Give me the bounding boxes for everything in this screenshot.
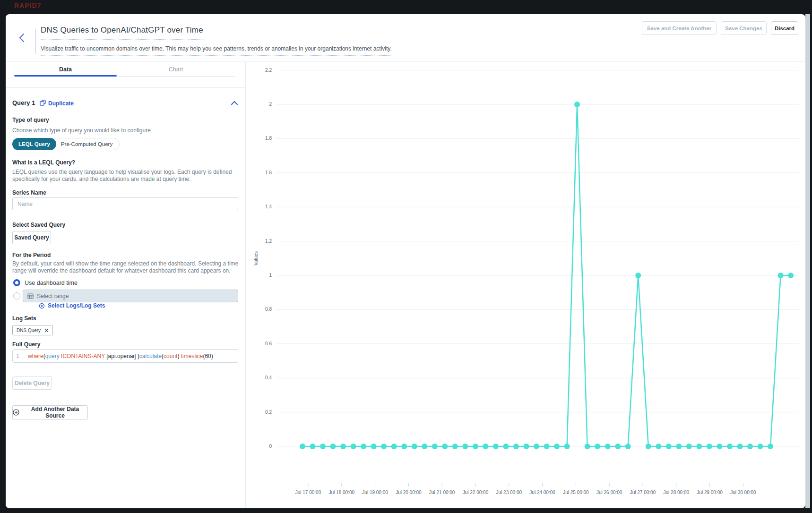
y-tick-label: 0.8: [265, 307, 272, 312]
data-point[interactable]: [635, 273, 641, 278]
card-editor-window: DNS Queries to OpenAI/ChatGPT over Time …: [6, 14, 805, 508]
x-tick-label: Jul 27 00:00: [630, 490, 656, 495]
y-tick-label: 1: [269, 273, 272, 278]
data-point[interactable]: [523, 444, 529, 449]
data-point[interactable]: [320, 444, 326, 449]
data-point[interactable]: [696, 444, 702, 449]
tab-data[interactable]: Data: [14, 64, 117, 75]
data-point[interactable]: [574, 102, 580, 107]
delete-query-button[interactable]: Delete Query: [12, 376, 52, 390]
tab-underline: [117, 76, 235, 77]
remove-chip-icon[interactable]: [44, 328, 49, 333]
data-point[interactable]: [676, 444, 682, 449]
query-type-toggle[interactable]: LEQL Query Pre-Computed Query: [12, 138, 120, 150]
data-point[interactable]: [554, 444, 560, 449]
left-panel-divider: [6, 397, 245, 397]
code-token: ): [177, 353, 181, 359]
select-range-field[interactable]: Select range: [23, 290, 238, 302]
query-section-title: Query 1: [12, 99, 35, 106]
data-point[interactable]: [412, 444, 417, 449]
full-query-label: Full Query: [12, 341, 40, 348]
data-point[interactable]: [656, 444, 661, 449]
data-point[interactable]: [768, 444, 773, 449]
duplicate-label: Duplicate: [48, 100, 74, 107]
code-token: [api.openai]: [106, 353, 137, 359]
y-tick-label: 2.2: [265, 68, 272, 73]
use-dashboard-time-label: Use dashboard time: [25, 280, 78, 286]
data-point[interactable]: [727, 444, 733, 449]
data-point[interactable]: [707, 444, 712, 449]
back-button[interactable]: [16, 31, 28, 44]
data-point[interactable]: [737, 444, 743, 449]
x-tick-label: Jul 23 00:00: [496, 490, 522, 495]
y-tick-label: 1.6: [265, 170, 272, 175]
data-point[interactable]: [351, 444, 356, 449]
data-point[interactable]: [717, 444, 722, 449]
select-range-radio[interactable]: [13, 292, 20, 299]
data-point[interactable]: [503, 444, 509, 449]
leql-query-pill[interactable]: LEQL Query: [12, 138, 56, 150]
data-point[interactable]: [310, 444, 315, 449]
code-token: query: [45, 353, 61, 359]
tab-chart[interactable]: Chart: [117, 64, 235, 75]
full-query-editor[interactable]: 1 where(query ICONTAINS-ANY [api.openai]…: [12, 349, 238, 363]
scrollbar-track[interactable]: [805, 14, 810, 508]
data-point[interactable]: [564, 444, 570, 449]
data-point[interactable]: [646, 444, 651, 449]
x-tick-label: Jul 21 00:00: [429, 490, 455, 495]
data-point[interactable]: [686, 444, 692, 449]
y-tick-label: 1.4: [265, 204, 272, 209]
data-point[interactable]: [513, 444, 519, 449]
type-of-query-help: Choose which type of query you would lik…: [12, 127, 151, 134]
data-point[interactable]: [625, 444, 631, 449]
x-tick-label: Jul 28 00:00: [664, 490, 690, 495]
collapse-query-button[interactable]: [230, 99, 239, 107]
data-point[interactable]: [452, 444, 458, 449]
data-point[interactable]: [432, 444, 438, 449]
tabs-divider: [6, 87, 245, 88]
add-data-source-button[interactable]: Add Another Data Source: [12, 405, 88, 419]
data-point[interactable]: [442, 444, 448, 449]
data-point[interactable]: [340, 444, 346, 449]
data-point[interactable]: [615, 444, 621, 449]
data-point[interactable]: [595, 444, 600, 449]
data-point[interactable]: [534, 444, 539, 449]
saved-query-button[interactable]: Saved Query: [12, 231, 51, 244]
data-point[interactable]: [493, 444, 499, 449]
plus-circle-icon: [13, 409, 19, 416]
data-point[interactable]: [391, 444, 397, 449]
what-is-leql-help: LEQL queries use the query language to h…: [12, 169, 236, 183]
data-point[interactable]: [473, 444, 478, 449]
header-divider: [35, 29, 36, 54]
duplicate-query-link[interactable]: Duplicate: [40, 100, 74, 107]
data-point[interactable]: [747, 444, 753, 449]
page-title[interactable]: DNS Queries to OpenAI/ChatGPT over Time: [41, 26, 205, 40]
data-point[interactable]: [666, 444, 672, 449]
x-tick-label: Jul 25 00:00: [563, 490, 589, 495]
select-logs-link[interactable]: Select Logs/Log Sets: [39, 302, 105, 309]
data-point[interactable]: [778, 273, 784, 278]
data-point[interactable]: [585, 444, 590, 449]
select-range-placeholder: Select range: [37, 293, 69, 299]
data-point[interactable]: [300, 444, 305, 449]
series-name-input[interactable]: [12, 197, 238, 210]
data-point[interactable]: [361, 444, 366, 449]
data-point[interactable]: [401, 444, 407, 449]
chip-label: DNS Query: [17, 328, 41, 333]
code-token: (60): [203, 353, 213, 359]
data-point[interactable]: [788, 273, 794, 278]
data-point[interactable]: [371, 444, 377, 449]
data-point[interactable]: [544, 444, 550, 449]
logset-chip-dns-query[interactable]: DNS Query: [12, 325, 53, 335]
data-point[interactable]: [758, 444, 763, 449]
data-point[interactable]: [422, 444, 427, 449]
data-point[interactable]: [330, 444, 336, 449]
precomputed-query-pill[interactable]: Pre-Computed Query: [56, 141, 119, 147]
y-axis-label: Values: [253, 251, 259, 265]
data-point[interactable]: [381, 444, 387, 449]
use-dashboard-time-radio[interactable]: [13, 279, 20, 286]
select-saved-query-label: Select Saved Query: [12, 222, 65, 228]
data-point[interactable]: [483, 444, 488, 449]
data-point[interactable]: [605, 444, 611, 449]
data-point[interactable]: [462, 444, 468, 449]
